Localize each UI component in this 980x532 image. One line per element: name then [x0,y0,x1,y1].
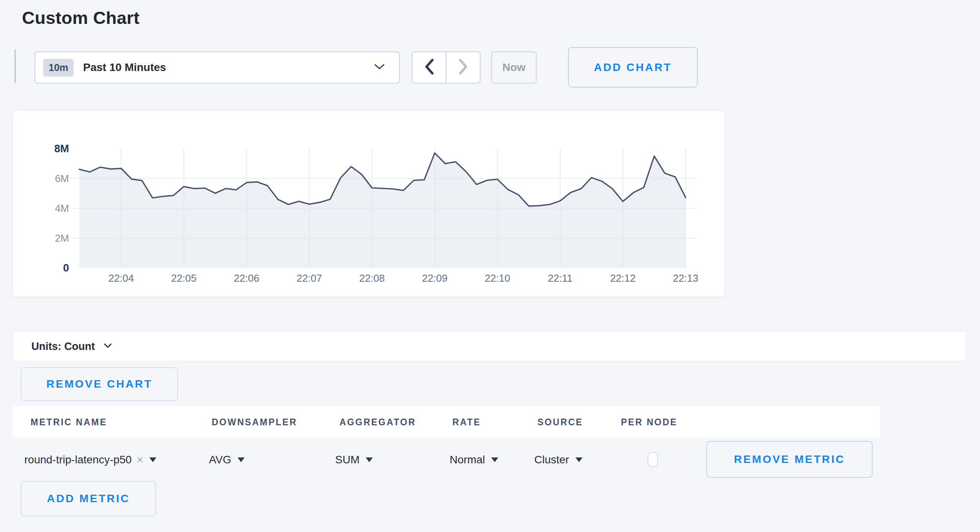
aggregator-dropdown[interactable]: SUM [335,449,373,471]
aggregator-value: SUM [335,454,359,466]
source-dropdown[interactable]: Cluster [534,449,583,471]
svg-text:8M: 8M [54,143,69,155]
svg-text:22:04: 22:04 [108,272,134,284]
svg-text:6M: 6M [55,173,69,184]
remove-tag-icon[interactable]: × [136,453,143,466]
chevron-left-icon [424,58,434,77]
units-dropdown[interactable]: Units: Count [13,332,966,361]
time-range-label: Past 10 Minutes [83,61,166,74]
custom-chart-page: Custom Chart 10m Past 10 Minutes Now ADD… [0,0,980,532]
downsampler-dropdown[interactable]: AVG [209,449,245,471]
svg-text:22:13: 22:13 [673,272,698,284]
toolbar-accent-line [15,49,16,83]
time-range-dropdown[interactable]: 10m Past 10 Minutes [34,51,400,84]
chevron-down-icon [374,63,385,72]
col-metric-name: METRIC NAME [31,406,107,438]
rate-value: Normal [450,454,485,466]
svg-text:22:06: 22:06 [234,272,259,284]
caret-down-icon [149,457,156,462]
prev-button[interactable] [412,52,446,83]
add-metric-button[interactable]: ADD METRIC [21,481,156,516]
rate-dropdown[interactable]: Normal [450,449,498,471]
units-label: Units: Count [31,341,95,353]
source-value: Cluster [534,454,569,466]
svg-text:22:11: 22:11 [548,272,572,284]
now-button[interactable]: Now [491,51,537,84]
next-button[interactable] [446,52,480,83]
chevron-right-icon [458,58,468,77]
page-title: Custom Chart [22,8,140,28]
svg-text:22:08: 22:08 [359,272,385,284]
remove-chart-button[interactable]: REMOVE CHART [21,367,178,401]
caret-down-icon [366,457,373,462]
col-per-node: PER NODE [621,406,677,438]
remove-metric-button[interactable]: REMOVE METRIC [706,441,873,478]
caret-down-icon [575,457,583,462]
svg-text:22:09: 22:09 [422,272,447,284]
time-pager [412,51,481,84]
svg-text:22:07: 22:07 [296,272,322,284]
downsampler-value: AVG [209,454,231,466]
svg-text:22:05: 22:05 [171,272,196,284]
metrics-table-header: METRIC NAME DOWNSAMPLER AGGREGATOR RATE … [13,406,880,438]
per-node-checkbox[interactable] [648,452,658,467]
svg-text:2M: 2M [55,232,69,244]
latency-chart-svg: 02M4M6M8M22:0422:0522:0622:0722:0822:092… [13,111,724,297]
svg-text:4M: 4M [55,202,69,214]
add-chart-button[interactable]: ADD CHART [568,47,698,87]
caret-down-icon [238,457,245,462]
svg-text:22:12: 22:12 [610,272,635,284]
svg-text:22:10: 22:10 [485,272,510,284]
caret-down-icon [491,457,498,462]
col-rate: RATE [452,406,481,438]
col-source: SOURCE [537,406,583,438]
metric-name-dropdown[interactable]: round-trip-latency-p50 × [24,449,156,471]
svg-text:0: 0 [63,262,69,274]
time-range-badge: 10m [43,59,74,77]
col-downsampler: DOWNSAMPLER [212,406,297,438]
col-aggregator: AGGREGATOR [339,406,416,438]
chart-card: 02M4M6M8M22:0422:0522:0622:0722:0822:092… [13,110,725,297]
metric-name-value: round-trip-latency-p50 [24,454,132,466]
chevron-down-icon [103,343,112,350]
